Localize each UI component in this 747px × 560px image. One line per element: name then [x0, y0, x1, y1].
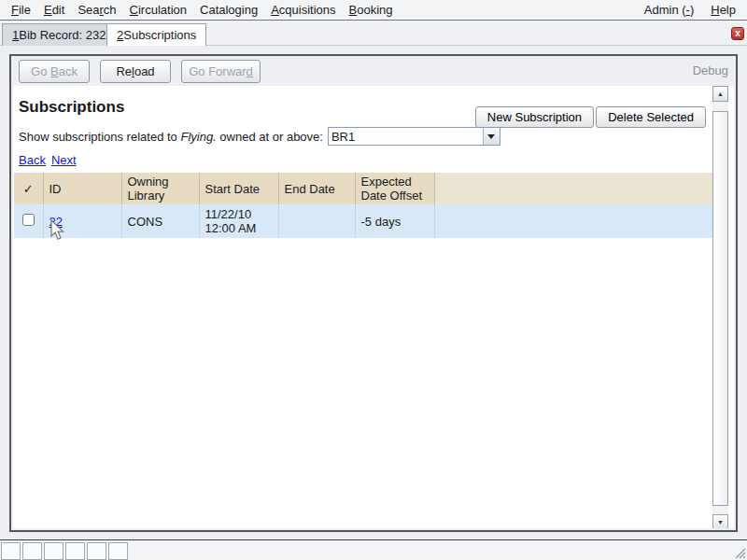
col-header-id[interactable]: ID — [43, 173, 121, 204]
delete-selected-button[interactable]: Delete Selected — [596, 106, 706, 128]
close-tab-icon[interactable]: x — [731, 27, 744, 40]
col-header-expected-date-offset[interactable]: Expected Date Offset — [355, 173, 434, 204]
menu-search[interactable]: Search — [74, 1, 120, 19]
subscription-id-link[interactable]: 22 — [49, 215, 63, 229]
menu-admin[interactable]: Admin (-) — [641, 1, 698, 19]
cell-end-date — [278, 204, 355, 238]
tab-subscriptions[interactable]: 2 Subscriptions — [106, 23, 206, 46]
menu-bar: File Edit Search Circulation Cataloging … — [0, 0, 747, 21]
reload-button[interactable]: Reload — [100, 60, 171, 83]
status-cell — [22, 542, 42, 560]
cell-expected-date-offset: -5 days — [355, 204, 434, 238]
go-back-button[interactable]: Go Back — [19, 60, 90, 83]
cell-start-date: 11/22/10 12:00 AM — [199, 204, 278, 238]
table-row: 22 CONS 11/22/10 12:00 AM -5 days — [14, 204, 713, 238]
status-bar — [0, 539, 747, 560]
filter-row: Show subscriptions related to Flying. ow… — [19, 127, 734, 146]
vertical-scrollbar[interactable]: ▲ ▼ — [712, 86, 728, 528]
filter-label-suffix: owned at or above: — [219, 130, 323, 144]
scroll-up-icon[interactable]: ▲ — [712, 86, 728, 102]
record-title: Flying. — [180, 130, 216, 144]
status-cell — [44, 542, 63, 560]
resize-grip-icon[interactable] — [733, 546, 746, 559]
next-link[interactable]: Next — [51, 153, 77, 167]
status-cell — [108, 542, 128, 560]
debug-label: Debug — [693, 63, 728, 77]
chevron-down-icon — [487, 134, 495, 139]
scrollbar-thumb[interactable] — [712, 111, 728, 506]
menu-cataloging[interactable]: Cataloging — [196, 1, 261, 19]
scroll-down-icon[interactable]: ▼ — [712, 514, 728, 528]
status-cell — [87, 542, 106, 560]
dropdown-button[interactable] — [483, 128, 500, 145]
new-subscription-button[interactable]: New Subscription — [475, 106, 594, 128]
row-checkbox[interactable] — [22, 214, 35, 226]
tab-strip: 1 Bib Record: 232 2 Subscriptions x — [0, 21, 747, 46]
table-header-row: ✓ ID Owning Library Start Date End Date … — [14, 173, 713, 204]
cell-empty — [434, 204, 713, 238]
col-header-end-date[interactable]: End Date — [278, 173, 355, 204]
menu-edit[interactable]: Edit — [40, 1, 68, 19]
back-link[interactable]: Back — [19, 153, 46, 167]
col-header-start-date[interactable]: Start Date — [199, 173, 278, 204]
menu-circulation[interactable]: Circulation — [126, 1, 190, 19]
col-header-owning-library[interactable]: Owning Library — [121, 173, 199, 204]
status-cell — [65, 542, 85, 560]
pager: BackNext — [19, 153, 734, 167]
go-forward-button[interactable]: Go Forward — [181, 60, 261, 83]
subscriptions-page: Subscriptions New Subscription Delete Se… — [13, 86, 734, 528]
navigation-toolbar: Go Back Reload Go Forward Debug — [11, 56, 736, 86]
subscriptions-table: ✓ ID Owning Library Start Date End Date … — [14, 173, 713, 238]
org-unit-select[interactable]: BR1 — [328, 127, 500, 146]
menu-help[interactable]: Help — [707, 1, 740, 19]
org-unit-selected-value: BR1 — [329, 130, 483, 144]
menu-acquisitions[interactable]: Acquisitions — [267, 1, 339, 19]
col-header-select[interactable]: ✓ — [14, 173, 43, 204]
menu-file[interactable]: File — [7, 1, 35, 19]
cell-owning-library: CONS — [121, 204, 199, 238]
filter-label-prefix: Show subscriptions related to — [19, 130, 177, 144]
menu-booking[interactable]: Booking — [345, 1, 397, 19]
tab-bib-record[interactable]: 1 Bib Record: 232 — [2, 23, 116, 46]
status-cell — [1, 542, 21, 560]
col-header-empty — [434, 173, 713, 204]
main-panel: Go Back Reload Go Forward Debug Subscrip… — [9, 54, 738, 532]
